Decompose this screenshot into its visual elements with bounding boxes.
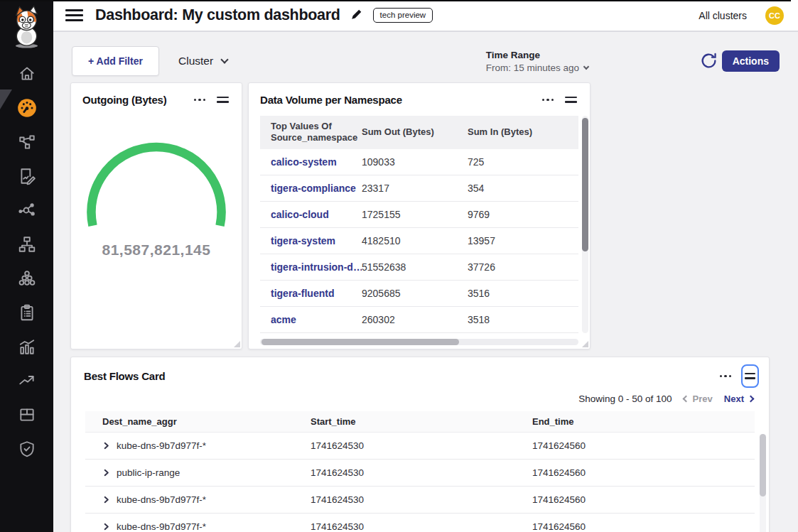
chevron-down-icon (583, 64, 589, 70)
box-icon (18, 406, 36, 427)
resize-handle[interactable] (582, 341, 588, 347)
namespace-link[interactable]: calico-cloud (271, 209, 362, 220)
sidebar-item-service-graph[interactable] (17, 134, 36, 153)
showing-count: Showing 0 - 50 of 100 (578, 393, 672, 404)
best-flows-card: Best Flows Card Showing 0 - 50 of 100 Pr… (70, 357, 770, 532)
chevron-down-icon (220, 55, 228, 63)
best-flows-table: Dest_name_aggr Start_time End_time kube-… (85, 411, 755, 532)
vertical-scrollbar[interactable] (760, 434, 766, 532)
sidebar-item-clusters[interactable] (17, 270, 36, 289)
table-row: calico-system 109033 725 (260, 149, 578, 175)
card-menu-button[interactable] (720, 372, 732, 381)
column-header: Sum In (Bytes) (468, 126, 578, 138)
table-header: Top Values Of Source_namespace Sum Out (… (260, 116, 578, 149)
card-menu-button[interactable] (542, 96, 554, 104)
gauge-icon (17, 98, 37, 121)
expand-row-button[interactable] (102, 523, 110, 531)
shield-check-icon (18, 440, 36, 461)
sidebar-item-endpoints[interactable] (17, 236, 36, 255)
sitemap-icon (18, 235, 36, 256)
all-clusters-selector[interactable]: All clusters (699, 10, 747, 21)
card-menu-button[interactable] (194, 96, 206, 104)
sidebar (0, 0, 53, 532)
expand-row-button[interactable] (102, 496, 110, 504)
next-page-button[interactable]: Next (724, 393, 753, 404)
column-header: Sum Out (Bytes) (362, 126, 468, 138)
tech-preview-badge: tech preview (373, 8, 433, 23)
cluster-dropdown[interactable]: Cluster (167, 46, 239, 76)
card-title: Data Volume per Namespace (260, 94, 402, 106)
page-title: Dashboard: My custom dashboard (95, 6, 340, 24)
sidebar-nav (0, 65, 53, 460)
namespace-link[interactable]: calico-system (271, 156, 362, 168)
topbar: Dashboard: My custom dashboard tech prev… (53, 0, 798, 32)
vertical-scrollbar[interactable] (582, 116, 588, 333)
filter-bar: + Add Filter Cluster Time Range From: 15… (53, 32, 798, 82)
pencil-icon (350, 8, 363, 23)
add-filter-button[interactable]: + Add Filter (72, 46, 159, 76)
chart-trend-icon (18, 337, 36, 359)
sidebar-item-activity[interactable] (17, 338, 36, 357)
namespace-link[interactable]: tigera-intrusion-d… (271, 261, 362, 273)
column-header: Start_time (293, 416, 515, 427)
sidebar-item-dashboard[interactable] (17, 99, 36, 119)
chevron-right-icon (748, 395, 755, 402)
card-drag-handle-focused[interactable] (741, 364, 759, 388)
honeycomb-icon (18, 269, 36, 291)
table-row: tigera-fluentd 9205685 3516 (260, 281, 578, 307)
molecule-icon (18, 201, 36, 222)
table-row: public-ip-range 1741624530 1741624560 (85, 460, 755, 487)
window-top-edge (0, 0, 791, 1)
card-drag-handle[interactable] (564, 93, 578, 107)
card-title: Outgoing (Bytes) (82, 94, 166, 106)
table-row: calico-cloud 1725155 9769 (260, 202, 578, 228)
namespace-link[interactable]: acme (271, 314, 362, 325)
table-row: kube-dns-9b7d977f-* 1741624530 174162456… (85, 433, 755, 460)
user-avatar[interactable]: CC (765, 6, 784, 25)
namespace-link[interactable]: tigera-system (271, 235, 362, 246)
calico-cat-logo[interactable] (7, 4, 46, 50)
table-row: tigera-compliance 23317 354 (260, 175, 578, 202)
scrollbar-thumb[interactable] (261, 339, 459, 345)
sidebar-item-home[interactable] (17, 65, 36, 85)
scrollbar-thumb[interactable] (582, 118, 588, 251)
prev-page-button[interactable]: Prev (684, 393, 713, 404)
data-volume-table: Top Values Of Source_namespace Sum Out (… (260, 116, 578, 333)
card-title: Best Flows Card (84, 370, 166, 382)
horizontal-scrollbar[interactable] (260, 339, 578, 345)
scrollbar-thumb[interactable] (760, 434, 766, 496)
sidebar-item-trends[interactable] (17, 372, 36, 391)
expand-row-button[interactable] (102, 469, 110, 477)
edit-dashboard-button[interactable] (350, 8, 363, 23)
table-row: tigera-system 4182510 13957 (260, 228, 578, 254)
sidebar-item-inventory[interactable] (17, 406, 36, 425)
actions-button[interactable]: Actions (722, 50, 780, 72)
clipboard-icon (18, 303, 36, 325)
table-header: Dest_name_aggr Start_time End_time (85, 411, 755, 433)
topology-icon (18, 133, 36, 154)
sidebar-item-nodes[interactable] (17, 202, 36, 221)
topbar-right: All clusters CC (699, 6, 784, 25)
card-drag-handle[interactable] (215, 93, 230, 107)
table-row: kube-dns-9b7d977f-* 1741624530 174162456… (85, 514, 755, 532)
column-header: Dest_name_aggr (102, 416, 177, 427)
cluster-dropdown-label: Cluster (178, 55, 213, 67)
sidebar-item-policies[interactable] (17, 168, 36, 187)
table-row: kube-dns-9b7d977f-* 1741624530 174162456… (85, 487, 755, 514)
namespace-link[interactable]: tigera-fluentd (271, 288, 362, 299)
gauge-value: 81,587,821,145 (71, 241, 242, 259)
sidebar-item-compliance[interactable] (17, 304, 36, 323)
resize-handle[interactable] (234, 341, 240, 347)
time-range-control[interactable]: Time Range From: 15 minutes ago (486, 50, 588, 73)
sidebar-item-threat-defense[interactable] (17, 440, 36, 460)
refresh-button[interactable] (700, 52, 718, 72)
expand-row-button[interactable] (102, 442, 110, 450)
data-volume-card: Data Volume per Namespace Top Values Of … (248, 82, 591, 349)
column-header: End_time (515, 416, 755, 427)
table-row: tigera-intrusion-d… 51552638 37726 (260, 254, 578, 281)
menu-toggle-button[interactable] (65, 9, 83, 21)
chevron-left-icon (682, 395, 689, 402)
gauge-chart (71, 134, 242, 240)
table-row: acme 260302 3518 (260, 307, 578, 333)
namespace-link[interactable]: tigera-compliance (271, 183, 362, 194)
